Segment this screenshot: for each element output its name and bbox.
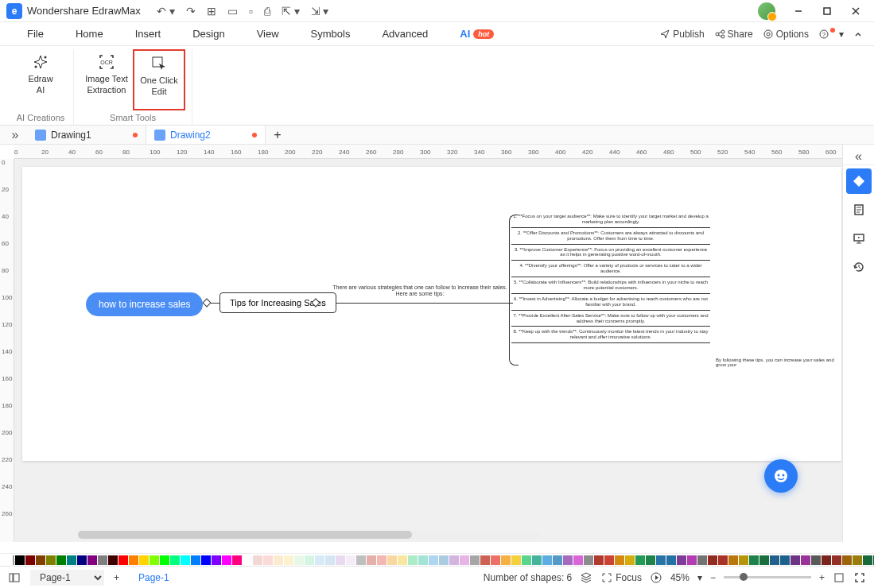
options-button[interactable]: Options: [763, 29, 809, 40]
color-swatch[interactable]: [160, 555, 169, 565]
color-swatch[interactable]: [356, 555, 366, 565]
maximize-button[interactable]: [815, 2, 839, 20]
color-swatch[interactable]: [201, 555, 211, 565]
add-tab-button[interactable]: +: [266, 128, 289, 142]
open-icon[interactable]: ▭: [227, 5, 238, 17]
color-swatch[interactable]: [98, 555, 107, 565]
color-swatch[interactable]: [780, 555, 790, 565]
color-swatch[interactable]: [87, 555, 97, 565]
publish-button[interactable]: Publish: [659, 29, 704, 40]
mindmap-tip-item[interactable]: 4. **Diversify your offerings**: Offer a…: [511, 261, 710, 277]
color-swatch[interactable]: [604, 555, 614, 565]
zoom-dropdown-icon[interactable]: ▾: [697, 572, 702, 583]
history-panel-button[interactable]: [846, 254, 872, 280]
zoom-out-button[interactable]: −: [710, 572, 716, 583]
page-panel-button[interactable]: [846, 197, 872, 222]
color-swatch[interactable]: [801, 555, 810, 565]
color-swatch[interactable]: [212, 555, 221, 565]
color-swatch[interactable]: [718, 555, 728, 565]
outline-toggle-button[interactable]: [8, 571, 21, 584]
menu-home[interactable]: Home: [60, 28, 119, 40]
play-button[interactable]: [650, 571, 662, 584]
fullscreen-button[interactable]: [853, 571, 866, 584]
color-swatch[interactable]: [470, 555, 480, 565]
color-swatch[interactable]: [56, 555, 66, 565]
zoom-slider[interactable]: [724, 576, 811, 578]
undo-icon[interactable]: ↶ ▾: [157, 5, 175, 17]
scrollbar-thumb[interactable]: [78, 531, 412, 539]
menu-design[interactable]: Design: [177, 28, 240, 40]
color-swatch[interactable]: [253, 555, 262, 565]
mindmap-description[interactable]: There are various strategies that one ca…: [328, 284, 511, 298]
new-icon[interactable]: ⊞: [207, 5, 216, 17]
color-swatch[interactable]: [666, 555, 676, 565]
no-fill-swatch[interactable]: [13, 555, 14, 565]
color-swatch[interactable]: [274, 555, 283, 565]
color-swatch[interactable]: [181, 555, 190, 565]
color-swatch[interactable]: [728, 555, 738, 565]
color-swatch[interactable]: [594, 555, 604, 565]
share-button[interactable]: Share: [714, 29, 753, 40]
style-panel-button[interactable]: [846, 168, 872, 194]
color-swatch[interactable]: [439, 555, 449, 565]
color-swatch[interactable]: [646, 555, 655, 565]
color-swatch[interactable]: [46, 555, 56, 565]
page-tab[interactable]: Page-1: [129, 572, 179, 583]
color-swatch[interactable]: [656, 555, 666, 565]
color-swatch[interactable]: [315, 555, 324, 565]
color-swatch[interactable]: [191, 555, 200, 565]
menu-symbols[interactable]: Symbols: [295, 28, 367, 40]
color-swatch[interactable]: [139, 555, 149, 565]
menu-advanced[interactable]: Advanced: [366, 28, 444, 40]
focus-button[interactable]: Focus: [600, 571, 642, 584]
color-swatch[interactable]: [118, 555, 128, 565]
mindmap-follow-text[interactable]: By following these tips, you can increas…: [716, 358, 841, 367]
color-swatch[interactable]: [243, 555, 252, 565]
color-swatch[interactable]: [739, 555, 748, 565]
color-swatch[interactable]: [377, 555, 387, 565]
presentation-panel-button[interactable]: [846, 226, 872, 251]
close-button[interactable]: [844, 2, 868, 20]
color-swatch[interactable]: [822, 555, 831, 565]
color-swatch[interactable]: [408, 555, 418, 565]
color-swatch[interactable]: [36, 555, 45, 565]
expand-tabs-button[interactable]: »: [3, 128, 27, 142]
color-swatch[interactable]: [429, 555, 438, 565]
color-swatch[interactable]: [367, 555, 376, 565]
color-swatch[interactable]: [749, 555, 759, 565]
color-swatch[interactable]: [532, 555, 542, 565]
ai-chat-button[interactable]: [764, 459, 798, 493]
color-swatch[interactable]: [697, 555, 707, 565]
color-swatch[interactable]: [418, 555, 428, 565]
color-swatch[interactable]: [563, 555, 573, 565]
mindmap-tip-item[interactable]: 5. **Collaborate with Influencers**: Bui…: [511, 277, 710, 294]
color-swatch[interactable]: [635, 555, 645, 565]
add-page-button[interactable]: +: [114, 572, 119, 583]
color-swatch[interactable]: [542, 555, 552, 565]
layers-button[interactable]: [580, 571, 592, 584]
edraw-ai-button[interactable]: Edraw AI: [14, 49, 67, 110]
mindmap-root-node[interactable]: how to increase sales: [86, 292, 203, 316]
color-swatch[interactable]: [67, 555, 76, 565]
color-swatch[interactable]: [449, 555, 459, 565]
zoom-slider-thumb[interactable]: [740, 573, 748, 581]
collapse-panel-button[interactable]: «: [843, 148, 874, 165]
canvas[interactable]: how to increase sales Tips for Increasin…: [22, 167, 841, 461]
node-handle[interactable]: [202, 298, 211, 307]
color-swatch[interactable]: [129, 555, 138, 565]
color-swatch[interactable]: [480, 555, 490, 565]
color-swatch[interactable]: [170, 555, 180, 565]
mindmap-tip-item[interactable]: 7. **Provide Excellent After-Sales Servi…: [511, 311, 710, 327]
zoom-in-button[interactable]: +: [819, 572, 825, 583]
collapse-ribbon-button[interactable]: [853, 29, 863, 39]
color-swatch[interactable]: [842, 555, 852, 565]
menu-file[interactable]: File: [11, 28, 60, 40]
color-swatch[interactable]: [15, 555, 25, 565]
menu-ai[interactable]: AIhot: [444, 28, 510, 40]
color-swatch[interactable]: [336, 555, 345, 565]
color-swatch[interactable]: [708, 555, 717, 565]
color-swatch[interactable]: [346, 555, 355, 565]
color-swatch[interactable]: [584, 555, 593, 565]
doc-tab-drawing1[interactable]: Drawing1: [27, 126, 146, 144]
print-icon[interactable]: ⎙: [264, 5, 270, 17]
